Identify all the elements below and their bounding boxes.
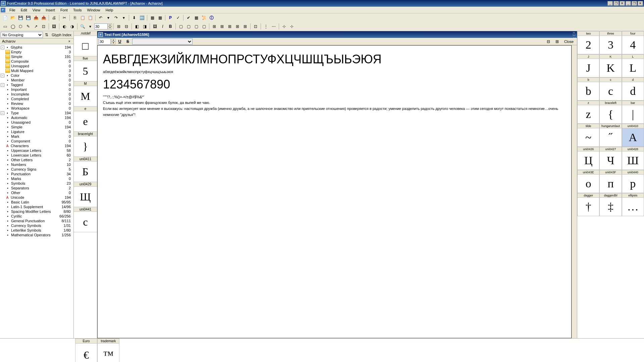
menu-help[interactable]: Help [103, 7, 116, 13]
right-glyph-hungarumlaut[interactable]: hungarumlaut˝ [599, 124, 622, 147]
tree-item-review[interactable]: •Review0 [1, 101, 73, 106]
tab-close[interactable]: × [67, 39, 71, 43]
g9-button[interactable]: ⊹ [280, 23, 288, 30]
menu-view[interactable]: View [30, 7, 43, 13]
right-glyph-uni043E[interactable]: uni043Eо [577, 170, 599, 193]
tree-item-basic-latin[interactable]: •Basic Latin95/95 [1, 200, 73, 204]
glyph-cell-.notdef[interactable]: .notdef□ [74, 31, 97, 56]
doc-max-button[interactable]: □ [573, 33, 576, 37]
right-glyph-two[interactable]: two2 [577, 31, 599, 54]
close-button[interactable]: ✕ [620, 1, 625, 6]
underline-button[interactable]: U [116, 38, 123, 45]
right-glyph-tilde[interactable]: tilde~ [577, 124, 599, 147]
tool8-button[interactable]: ◐ [61, 23, 68, 30]
tree-item-composite[interactable]: Composite0 [1, 59, 73, 64]
right-glyph-uni0440[interactable]: uni0440р [622, 170, 644, 193]
tree-item-member[interactable]: •Member0 [1, 78, 73, 82]
pic-button[interactable]: 🖼 [151, 23, 159, 30]
tree-item-important[interactable]: •Important0 [1, 87, 73, 92]
bottom-glyph-trademark[interactable]: trademark™ [97, 339, 119, 362]
doc-body[interactable]: АБВГДЕЖЗИЙКЛМНОПРСТУФХЦЧШЩЪЫЬЭЮЯ абвгдеё… [97, 45, 572, 338]
tree-item-numbers[interactable]: •Numbers10 [1, 162, 73, 167]
script-button[interactable]: 📜 [200, 14, 208, 21]
tool9-button[interactable]: ◑ [68, 23, 76, 30]
menu-file[interactable]: File [7, 7, 18, 13]
glyph-cell-e[interactable]: eе [74, 107, 97, 132]
bold-button[interactable]: B [167, 23, 174, 30]
right-glyph-daggerdbl[interactable]: daggerdbl‡ [599, 193, 622, 216]
right-glyph-c[interactable]: cc [599, 77, 622, 101]
tree-item-general-punctuation[interactable]: •General Punctuation8/111 [1, 219, 73, 223]
tree-item-glyphs[interactable]: -•Glyphs194 [1, 45, 73, 50]
grid1-button[interactable]: ⊞ [115, 23, 122, 30]
right-glyph-J[interactable]: JJ [577, 54, 599, 77]
restore-button[interactable]: ❐ [613, 1, 619, 6]
tree-item-type[interactable]: -•Type194 [1, 111, 73, 115]
right-glyph-three[interactable]: three3 [599, 31, 622, 54]
redo-button[interactable]: ↷ [112, 14, 120, 21]
tree-item-unassigned[interactable]: •Unassigned0 [1, 120, 73, 125]
tree-item-latin-1-supplement[interactable]: •Latin-1 Supplement14/96 [1, 204, 73, 209]
g7-button[interactable]: ⋮ [262, 23, 270, 30]
menu-window[interactable]: Window [85, 7, 103, 13]
undo-dropdown[interactable]: ▾ [105, 14, 112, 21]
tree-item-spacing-modifier-letters[interactable]: •Spacing Modifier Letters8/80 [1, 209, 73, 214]
undo-button[interactable]: ↶ [97, 14, 104, 21]
export2-button[interactable]: 📤 [40, 14, 47, 21]
size-down[interactable]: ▼ [111, 42, 115, 45]
new-button[interactable]: 📄 [1, 14, 9, 21]
align2-button[interactable]: ◨ [141, 23, 148, 30]
right-glyph-ellipsis[interactable]: ellipsis… [622, 193, 644, 216]
tree-item-other-letters[interactable]: •Other Letters2 [1, 158, 73, 162]
tool1-button[interactable]: ▭ [1, 23, 9, 30]
right-glyph-b[interactable]: bb [577, 77, 599, 101]
glyph-cell-uni0411[interactable]: uni0411Б [74, 157, 97, 182]
child-restore-button[interactable]: ❐ [632, 1, 637, 6]
glyph-cell-uni0429[interactable]: uni0429Щ [74, 182, 97, 207]
print-button[interactable]: 🖨 [50, 14, 58, 21]
italic-button[interactable]: I [159, 23, 166, 30]
menu-edit[interactable]: Edit [18, 7, 30, 13]
window1-button[interactable]: ▦ [149, 14, 156, 21]
bottom-glyph-Euro[interactable]: Euro€ [75, 339, 97, 362]
tree-item-currency-signs[interactable]: •Currency Signs5 [1, 167, 73, 172]
export-button[interactable]: 📤 [32, 14, 40, 21]
tree-item-simple[interactable]: Simple191 [1, 54, 73, 59]
zoom-input[interactable] [94, 23, 108, 29]
tool4-button[interactable]: ✎ [24, 23, 32, 30]
tree-item-simple[interactable]: •Simple194 [1, 125, 73, 129]
zoom-button[interactable]: 🔍 [79, 23, 86, 30]
doc-tool2[interactable]: ⊞ [553, 38, 561, 45]
tool5-button[interactable]: ↗ [32, 23, 40, 30]
tree-item-component[interactable]: •Component0 [1, 139, 73, 143]
menu-tools[interactable]: Tools [70, 7, 85, 13]
g8-button[interactable]: ⋯ [270, 23, 277, 30]
tree-item-mark[interactable]: •Mark0 [1, 134, 73, 139]
check-button[interactable]: ✔ [185, 14, 192, 21]
g4-button[interactable]: ⊞ [234, 23, 241, 30]
right-glyph-uni0410[interactable]: uni0410А [622, 124, 644, 147]
right-glyph-uni0427[interactable]: uni0427Ч [599, 147, 622, 170]
right-glyph-uni043F[interactable]: uni043Fп [599, 170, 622, 193]
right-glyph-uni0426[interactable]: uni0426Ц [577, 147, 599, 170]
tree-item-lowercase-letters[interactable]: •Lowercase Letters60 [1, 153, 73, 158]
tab-name[interactable]: Acharov [2, 39, 15, 43]
menu-app-icon[interactable]: F [1, 8, 5, 12]
grouping-select[interactable]: No Grouping [1, 32, 43, 38]
tree-item-unicode[interactable]: AUnicode194 [1, 195, 73, 200]
right-glyph-braceleft[interactable]: braceleft{ [599, 101, 622, 124]
install-button[interactable]: ⬇ [130, 14, 138, 21]
tree-item-punctuation[interactable]: •Punctuation34 [1, 172, 73, 176]
right-glyph-K[interactable]: KK [599, 54, 622, 77]
tree-item-separators[interactable]: •Separators2 [1, 186, 73, 190]
right-glyph-d[interactable]: dd [622, 77, 644, 101]
zoom-down[interactable]: ▼ [108, 26, 112, 29]
zoom-dropdown[interactable]: ▾ [87, 23, 94, 30]
tree-item-empty[interactable]: Empty3 [1, 50, 73, 54]
tree-item-uppercase-letters[interactable]: •Uppercase Letters58 [1, 148, 73, 153]
point-size-input[interactable] [99, 39, 111, 45]
tree-item-incomplete[interactable]: •Incomplete0 [1, 92, 73, 97]
cut-button[interactable]: ✂ [61, 14, 68, 21]
open-button[interactable]: 📂 [9, 14, 16, 21]
align1-button[interactable]: ◧ [133, 23, 141, 30]
